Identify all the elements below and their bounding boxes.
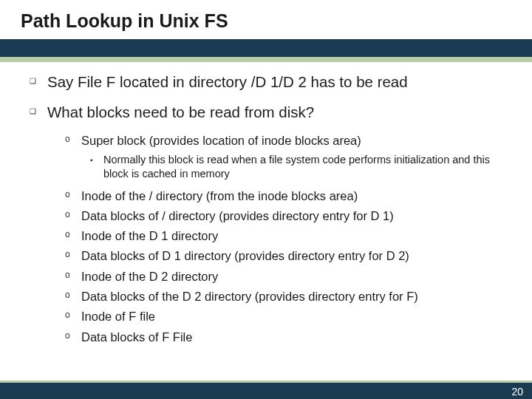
circle-bullet-icon: o (65, 189, 72, 200)
bullet-level2: o Inode of the / directory (from the ino… (65, 188, 511, 204)
square-bullet-icon: ❏ (30, 77, 37, 85)
bullet-level2: o Super block (provides location of inod… (65, 132, 511, 149)
square-bullet-icon: ❏ (30, 107, 37, 115)
bullet-level2: o Data blocks of F File (65, 329, 511, 345)
circle-bullet-icon: o (65, 310, 72, 320)
bullet-text: Inode of the D 1 directory (81, 228, 218, 244)
bullet-level1: ❏ Say File F located in directory /D 1/D… (30, 72, 511, 92)
bullet-text: Super block (provides location of inode … (81, 132, 361, 149)
bullet-text: Inode of the D 2 directory (81, 268, 218, 284)
circle-bullet-icon: o (65, 229, 72, 239)
circle-bullet-icon: o (65, 134, 72, 144)
bullet-level2: o Data blocks of D 1 directory (provides… (65, 248, 511, 264)
bullet-text: Inode of the / directory (from the inode… (81, 188, 358, 204)
circle-bullet-icon: o (65, 270, 72, 280)
circle-bullet-icon: o (65, 290, 72, 300)
bullet-text: Data blocks of F File (81, 329, 192, 345)
header-bar-light (0, 57, 532, 62)
slide-content: ❏ Say File F located in directory /D 1/D… (0, 62, 532, 345)
bullet-level1: ❏ What blocks need to be read from disk? (30, 103, 511, 123)
bullet-text: Say File F located in directory /D 1/D 2… (47, 72, 408, 92)
bullet-text: Normally this block is read when a file … (103, 153, 511, 182)
bullet-text: Data blocks of / directory (provides dir… (81, 208, 394, 224)
subsublist: ▪ Normally this block is read when a fil… (65, 153, 511, 182)
square-bullet-icon: ▪ (90, 156, 96, 164)
bullet-level2: o Inode of F file (65, 308, 511, 324)
sublist: o Super block (provides location of inod… (30, 132, 511, 345)
bullet-level2: o Inode of the D 1 directory (65, 228, 511, 244)
circle-bullet-icon: o (65, 209, 72, 219)
bullet-text: Data blocks of D 1 directory (provides d… (81, 248, 409, 264)
bullet-level2: o Data blocks of the D 2 directory (prov… (65, 288, 511, 304)
bullet-text: Inode of F file (81, 308, 155, 324)
circle-bullet-icon: o (65, 249, 72, 259)
circle-bullet-icon: o (65, 330, 72, 341)
bullet-text: Data blocks of the D 2 directory (provid… (81, 288, 418, 304)
bullet-level2: o Data blocks of / directory (provides d… (65, 208, 511, 224)
header-bar-dark (0, 39, 532, 57)
slide-title: Path Lookup in Unix FS (21, 10, 532, 39)
page-number: 20 (511, 386, 523, 398)
bullet-level3: ▪ Normally this block is read when a fil… (90, 153, 511, 182)
slide-header: Path Lookup in Unix FS (0, 0, 532, 39)
bullet-text: What blocks need to be read from disk? (47, 103, 314, 123)
footer-bar: 20 (0, 383, 532, 399)
bullet-level2: o Inode of the D 2 directory (65, 268, 511, 284)
